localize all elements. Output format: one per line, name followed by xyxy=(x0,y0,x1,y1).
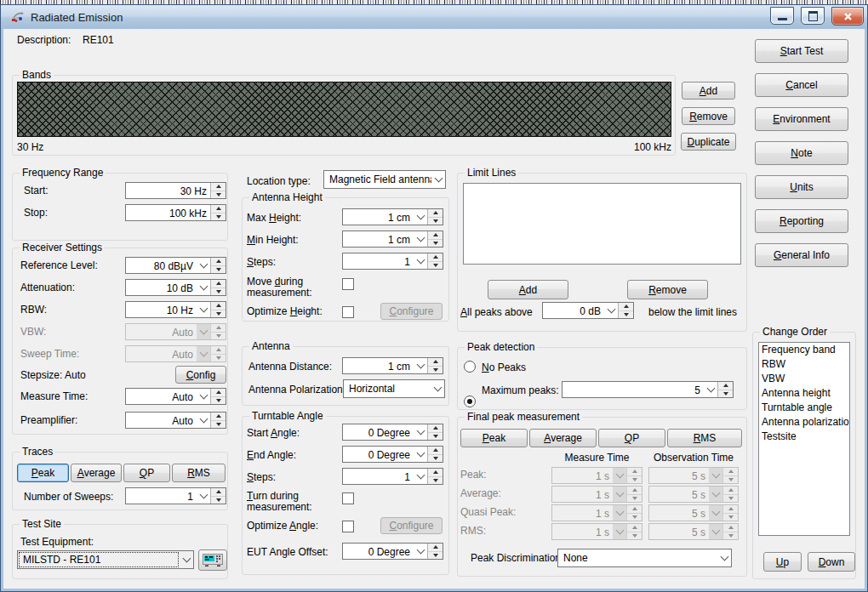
preamplifier-field[interactable]: Auto xyxy=(125,412,226,429)
cancel-button[interactable]: Cancel xyxy=(755,73,848,97)
spinner[interactable] xyxy=(427,358,443,373)
limit-lines-list[interactable] xyxy=(463,183,741,265)
limit-remove-button[interactable]: Remove xyxy=(627,280,708,299)
number-of-sweeps-field[interactable]: 1 xyxy=(125,487,226,504)
eut-angle-offset-field[interactable]: 0 Degree xyxy=(342,543,443,560)
spinner[interactable] xyxy=(210,389,226,404)
chevron-down-icon[interactable] xyxy=(197,280,210,295)
order-up-button[interactable]: Up xyxy=(763,552,802,572)
spinner[interactable] xyxy=(427,253,443,269)
test-equipment-config-button[interactable] xyxy=(198,549,227,571)
list-item[interactable]: VBW xyxy=(759,372,849,386)
change-order-list[interactable]: Frequency band RBW VBW Antenna height Tu… xyxy=(758,342,850,536)
spinner[interactable] xyxy=(427,209,443,225)
height-steps-field[interactable]: 1 xyxy=(342,253,443,270)
angle-steps-field[interactable]: 1 xyxy=(342,468,443,485)
list-item[interactable]: Antenna polarization xyxy=(759,415,849,430)
chevron-down-icon[interactable] xyxy=(414,358,427,373)
location-type-dropdown[interactable]: Magnetic Field antenna xyxy=(323,170,446,189)
title-bar[interactable]: Radiated Emission xyxy=(1,5,867,29)
spinner[interactable] xyxy=(210,205,226,220)
spinner[interactable] xyxy=(210,183,226,198)
trace-average-button[interactable]: Average xyxy=(71,464,122,482)
spinner[interactable] xyxy=(210,488,226,504)
chevron-down-icon[interactable] xyxy=(180,551,193,568)
start-test-button[interactable]: Start Test xyxy=(755,39,848,63)
chevron-down-icon[interactable] xyxy=(717,549,731,566)
chevron-down-icon[interactable] xyxy=(414,447,427,462)
chevron-down-icon[interactable] xyxy=(197,389,210,404)
start-frequency-field[interactable]: 30 Hz xyxy=(125,182,226,199)
list-item[interactable]: Antenna height xyxy=(759,386,849,401)
end-angle-field[interactable]: 0 Degree xyxy=(342,446,443,463)
chevron-down-icon[interactable] xyxy=(414,209,427,225)
list-item[interactable]: RBW xyxy=(759,357,849,372)
band-remove-button[interactable]: Remove xyxy=(682,107,735,125)
environment-button[interactable]: Environment xyxy=(755,107,848,131)
chevron-down-icon[interactable] xyxy=(197,258,210,273)
stop-frequency-field[interactable]: 100 kHz xyxy=(125,204,226,221)
optimize-height-checkbox[interactable] xyxy=(342,306,354,318)
spinner[interactable] xyxy=(427,544,443,559)
spinner[interactable] xyxy=(427,469,443,484)
list-item[interactable]: Turntable angle xyxy=(759,401,849,415)
start-angle-field[interactable]: 0 Degree xyxy=(342,424,443,441)
spinner[interactable] xyxy=(210,258,226,273)
no-peaks-radio[interactable] xyxy=(464,361,476,373)
max-height-field[interactable]: 1 cm xyxy=(342,208,443,225)
band-duplicate-button[interactable]: Duplicate xyxy=(681,133,736,151)
units-button[interactable]: Units xyxy=(755,175,848,199)
maximize-button[interactable] xyxy=(801,7,825,25)
rbw-field[interactable]: 10 Hz xyxy=(125,301,226,318)
spinner[interactable] xyxy=(427,424,443,440)
list-item[interactable]: Testsite xyxy=(759,430,849,444)
chevron-down-icon[interactable] xyxy=(414,424,427,440)
chevron-down-icon[interactable] xyxy=(704,382,717,397)
spinner[interactable] xyxy=(427,447,443,462)
reference-level-field[interactable]: 80 dBµV xyxy=(125,257,226,274)
chevron-down-icon[interactable] xyxy=(414,253,427,269)
chevron-down-icon[interactable] xyxy=(431,380,444,397)
reporting-button[interactable]: Reporting xyxy=(755,209,848,233)
chevron-down-icon[interactable] xyxy=(414,469,427,484)
final-peak-button[interactable]: Peak xyxy=(460,429,528,447)
min-height-field[interactable]: 1 cm xyxy=(342,231,443,248)
close-button[interactable] xyxy=(831,7,864,26)
final-average-button[interactable]: Average xyxy=(529,429,597,447)
chevron-down-icon[interactable] xyxy=(604,303,618,318)
general-info-button[interactable]: General Info xyxy=(755,243,848,267)
chevron-down-icon[interactable] xyxy=(414,231,427,247)
antenna-distance-field[interactable]: 1 cm xyxy=(342,357,443,374)
test-equipment-dropdown[interactable]: MILSTD - RE101 xyxy=(17,550,194,569)
chevron-down-icon[interactable] xyxy=(197,302,210,317)
move-during-checkbox[interactable] xyxy=(342,278,354,290)
stepsize-config-button[interactable]: Config xyxy=(175,366,226,384)
turn-during-checkbox[interactable] xyxy=(342,492,354,504)
note-button[interactable]: Note xyxy=(755,141,848,165)
measure-time-field[interactable]: Auto xyxy=(125,388,226,405)
spinner[interactable] xyxy=(427,231,443,247)
order-down-button[interactable]: Down xyxy=(808,552,855,572)
trace-peak-button[interactable]: Peak xyxy=(17,464,69,482)
spinner[interactable] xyxy=(210,302,226,317)
frequency-band-display[interactable] xyxy=(17,82,671,137)
spinner[interactable] xyxy=(210,280,226,295)
band-add-button[interactable]: Add xyxy=(682,82,735,100)
chevron-down-icon[interactable] xyxy=(414,544,427,559)
chevron-down-icon[interactable] xyxy=(431,171,445,188)
spinner[interactable] xyxy=(210,413,226,428)
maximum-peaks-field[interactable]: 5 xyxy=(562,381,734,398)
peaks-above-field[interactable]: 0 dB xyxy=(542,302,634,319)
chevron-down-icon[interactable] xyxy=(197,413,210,428)
list-item[interactable]: Frequency band xyxy=(759,343,849,357)
final-rms-button[interactable]: RMS xyxy=(667,429,742,447)
maximum-peaks-radio[interactable] xyxy=(464,396,476,407)
chevron-down-icon[interactable] xyxy=(197,488,210,504)
antenna-polarization-dropdown[interactable]: Horizontal xyxy=(343,379,445,398)
attenuation-field[interactable]: 10 dB xyxy=(125,279,226,296)
limit-add-button[interactable]: Add xyxy=(488,280,568,299)
optimize-angle-checkbox[interactable] xyxy=(342,521,354,532)
final-qp-button[interactable]: QP xyxy=(598,429,665,447)
spinner[interactable] xyxy=(717,382,733,397)
peak-discrimination-dropdown[interactable]: None xyxy=(557,549,732,567)
